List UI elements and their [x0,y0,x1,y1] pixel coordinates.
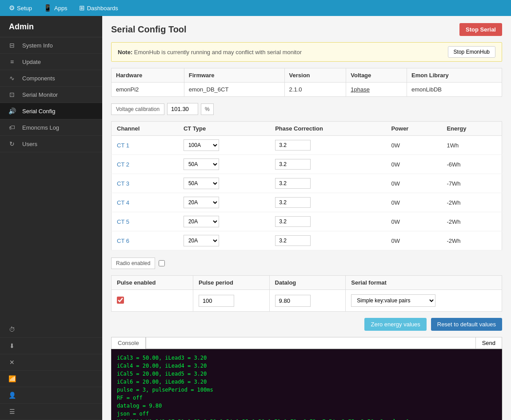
console-input[interactable] [146,337,476,349]
datalog-header: Datalog [269,276,346,290]
console-input-row: Console Send [111,337,502,349]
apps-nav-button[interactable]: 📱 Apps [39,2,72,14]
ct-type-select-5[interactable]: 20A50A100A200A [184,216,219,227]
sidebar-item-clock[interactable]: ⏱ [0,321,102,338]
sidebar-label-serial-config: Serial Config [22,108,55,115]
ct-channel-3: CT 3 [112,174,178,193]
sidebar-label-serial-monitor: Serial Monitor [22,91,58,98]
sidebar-item-download[interactable]: ⬇ [0,338,102,354]
ct-type-cell-3: 20A50A100A200A [178,174,270,193]
sidebar: Admin ⊟ System Info ≡ Update ∿ Component… [0,16,102,420]
serial-config-icon: 🔊 [7,107,17,115]
ct-phase-input-5[interactable] [275,216,311,227]
serial-monitor-icon: ⊡ [7,91,17,98]
setup-nav-button[interactable]: ⚙ Setup [4,2,36,14]
ct-energy-cell-1: 1Wh [441,136,502,155]
ct-energy-cell-6: -2Wh [441,231,502,250]
ct-channel-2: CT 2 [112,155,178,174]
hardware-col-header: Hardware [112,68,184,83]
update-icon: ≡ [7,58,17,65]
ct-type-select-3[interactable]: 20A50A100A200A [184,178,219,189]
voltage-cell[interactable]: 1phase [346,83,407,97]
apps-icon: 📱 [44,4,52,12]
note-text: Note: EmonHub is currently running and m… [118,49,302,55]
bottom-config-table: Pulse enabled Pulse period Datalog Seria… [111,275,502,312]
reset-default-button[interactable]: Reset to default values [431,318,502,331]
sidebar-label-users: Users [22,141,37,147]
ct-type-select-1[interactable]: 20A50A100A200A [184,139,219,151]
sidebar-item-system-info[interactable]: ⊟ System Info [0,37,102,54]
voltage-calibration-input[interactable] [167,103,198,115]
ct-type-cell-2: 20A50A100A200A [178,155,270,174]
dashboards-nav-button[interactable]: ⊞ Dashboards [75,2,123,14]
setup-nav-label: Setup [17,5,32,12]
ct-row: CT 320A50A100A200A0W-7Wh [112,174,502,193]
phase-correction-header: Phase Correction [270,122,386,136]
power-header: Power [386,122,441,136]
console-section: Console Send iCal3 = 50.00, iLead3 = 3.2… [111,337,502,420]
ct-phase-input-2[interactable] [275,159,311,170]
sidebar-item-user[interactable]: 👤 [0,387,102,404]
channel-header: Channel [112,122,178,136]
pulse-period-header: Pulse period [193,276,269,290]
sidebar-item-update[interactable]: ≡ Update [0,54,102,70]
stop-serial-button[interactable]: Stop Serial [459,23,502,36]
action-buttons-row: Zero energy values Reset to default valu… [111,318,502,331]
stop-emonhub-button[interactable]: Stop EmonHub [448,46,495,58]
ct-type-select-6[interactable]: 20A50A100A200A [184,235,219,246]
ct-phase-input-6[interactable] [275,235,311,246]
ct-energy-cell-5: -2Wh [441,212,502,231]
ct-phase-cell-2 [270,155,386,174]
dashboards-nav-label: Dashboards [87,5,118,12]
ct-energy-cell-2: -6Wh [441,155,502,174]
zero-energy-button[interactable]: Zero energy values [364,318,426,331]
ct-power-cell-3: 0W [386,174,441,193]
console-tab: Console [111,337,146,349]
pulse-period-input[interactable] [199,295,234,307]
ct-phase-cell-4 [270,193,386,212]
serial-format-select[interactable]: Simple key:value pairs JSON CSV [351,294,435,307]
sidebar-item-list[interactable]: ☰ [0,404,102,420]
version-cell: 2.1.0 [284,83,346,97]
pulse-enabled-header: Pulse enabled [112,276,193,290]
ct-row: CT 620A50A100A200A0W-2Wh [112,231,502,250]
sidebar-item-wifi[interactable]: 📶 [0,371,102,387]
emoncms-log-icon: 🏷 [7,124,17,131]
ct-row: CT 420A50A100A200A0W-2Wh [112,193,502,212]
ct-power-cell-6: 0W [386,231,441,250]
apps-nav-label: Apps [54,5,68,12]
console-send-button[interactable]: Send [476,337,502,349]
ct-phase-cell-3 [270,174,386,193]
sidebar-label-emoncms-log: Emoncms Log [22,124,59,131]
datalog-cell [269,290,346,312]
pulse-enabled-cell [112,290,193,312]
ct-power-cell-2: 0W [386,155,441,174]
page-title: Serial Config Tool [111,24,187,35]
voltage-calibration-unit: % [201,103,214,115]
ct-phase-input-3[interactable] [275,178,311,189]
sidebar-item-serial-monitor[interactable]: ⊡ Serial Monitor [0,87,102,103]
sidebar-item-users[interactable]: ↻ Users [0,136,102,152]
ct-config-table: Channel CT Type Phase Correction Power E… [111,121,502,250]
ct-phase-input-4[interactable] [275,197,311,208]
radio-enabled-label: Radio enabled [111,258,155,269]
sidebar-item-components[interactable]: ∿ Components [0,70,102,87]
main-content: Serial Config Tool Stop Serial Note: Emo… [102,16,511,420]
system-info-icon: ⊟ [7,42,17,49]
list-icon: ☰ [7,408,17,415]
ct-power-cell-1: 0W [386,136,441,155]
sidebar-item-emoncms-log[interactable]: 🏷 Emoncms Log [0,119,102,136]
datalog-input[interactable] [275,295,311,307]
ct-phase-input-1[interactable] [275,140,311,151]
radio-enabled-checkbox[interactable] [159,260,165,266]
download-icon: ⬇ [7,342,17,349]
pulse-enabled-checkbox[interactable] [117,297,124,304]
voltage-calibration-label: Voltage calibration [111,103,164,115]
clock-icon: ⏱ [7,326,17,333]
components-icon: ∿ [7,75,17,82]
ct-row: CT 120A50A100A200A0W1Wh [112,136,502,155]
sidebar-item-serial-config[interactable]: 🔊 Serial Config [0,103,102,119]
sidebar-item-cross[interactable]: ✕ [0,354,102,371]
ct-type-select-4[interactable]: 20A50A100A200A [184,197,219,208]
ct-type-select-2[interactable]: 20A50A100A200A [184,158,219,170]
